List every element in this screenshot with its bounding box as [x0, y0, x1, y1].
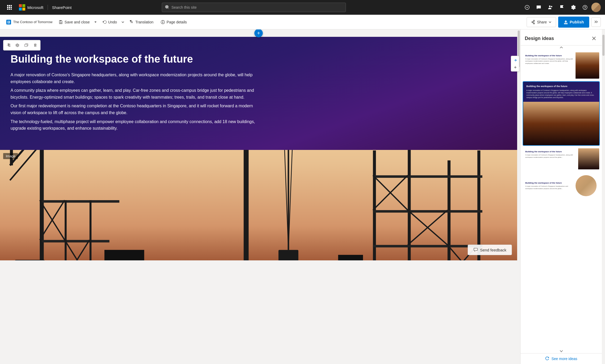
svg-rect-43 [65, 200, 67, 260]
undo-icon [102, 20, 107, 24]
card2-image [523, 102, 599, 145]
share-label: Share [537, 20, 547, 24]
design-panel-header: Design ideas [521, 29, 602, 46]
right-panel-collapse-button[interactable] [512, 64, 518, 70]
hero-webpart: Building the workspace of the future A m… [0, 37, 517, 260]
svg-rect-2 [11, 5, 12, 6]
card4-circle-image [576, 175, 597, 196]
refresh-icon [545, 357, 549, 361]
translation-icon [130, 20, 134, 24]
svg-rect-39 [40, 200, 119, 203]
hero-body: A major renovation of Contoso's Singapor… [11, 72, 263, 132]
share-group: Share [527, 17, 556, 27]
canvas-scrollbar[interactable] [517, 29, 520, 364]
save-close-button[interactable]: Save and close [56, 17, 93, 27]
page-details-label: Page details [167, 20, 187, 24]
add-section-button[interactable]: + [254, 29, 263, 37]
send-feedback-button[interactable]: Send feedback [468, 245, 512, 255]
duplicate-webpart-button[interactable] [22, 41, 30, 49]
panel-scroll-down[interactable] [521, 349, 602, 353]
svg-rect-26 [564, 23, 568, 23]
chat-icon[interactable] [533, 2, 544, 13]
publish-button[interactable]: Publish [558, 17, 589, 28]
card3-title: Building the workspace of the future [525, 150, 576, 153]
svg-point-29 [17, 45, 18, 46]
svg-rect-3 [7, 7, 8, 8]
right-side-toolbar [511, 56, 519, 72]
page-details-icon [161, 20, 165, 24]
card2-text-area: Building the workspace of the future A m… [523, 82, 599, 102]
svg-rect-15 [8, 21, 9, 22]
page-icon [6, 20, 11, 24]
svg-rect-60 [477, 150, 480, 260]
share-button[interactable]: Share [527, 17, 556, 27]
close-panel-button[interactable] [590, 35, 598, 42]
svg-rect-49 [244, 150, 249, 260]
svg-rect-40 [40, 240, 109, 242]
card3-img-placeholder [578, 148, 599, 169]
search-box[interactable] [162, 3, 346, 12]
save-close-dropdown[interactable] [93, 17, 98, 27]
publish-label: Publish [570, 20, 584, 24]
page-details-button[interactable]: Page details [158, 17, 190, 27]
microsoft-logo[interactable]: Microsoft [19, 4, 43, 11]
construction-svg [0, 150, 517, 260]
settings-icon[interactable] [568, 2, 579, 13]
translation-button[interactable]: Translation [127, 17, 157, 27]
user-avatar[interactable] [591, 3, 601, 12]
panel-scroll-up[interactable] [521, 46, 602, 50]
svg-rect-0 [7, 5, 8, 6]
design-panel-scrollbar-thumb[interactable] [602, 35, 604, 56]
svg-rect-17 [8, 22, 9, 23]
nav-divider [48, 5, 48, 10]
right-panel-expand-button[interactable] [512, 57, 518, 63]
design-idea-card-3[interactable]: Building the workspace of the future A m… [523, 148, 600, 170]
editor-toolbar: The Contoso of Tomorrow Save and close U… [0, 15, 605, 29]
design-panel-scrollbar[interactable] [602, 29, 605, 364]
people-icon[interactable] [545, 2, 556, 13]
card2-layout: Building the workspace of the future A m… [523, 82, 599, 145]
card1-image-placeholder [576, 52, 599, 79]
svg-rect-75 [338, 255, 363, 260]
microsoft-text: Microsoft [27, 5, 43, 10]
collapse-button[interactable] [591, 17, 601, 27]
image-section: Image [0, 150, 517, 260]
card1-layout: Building the workspace of the future A m… [523, 52, 599, 79]
design-idea-card-1[interactable]: Building the workspace of the future A m… [523, 52, 600, 79]
card3-header: Building the workspace of the future A m… [523, 148, 599, 169]
svg-line-24 [533, 21, 534, 22]
toolbar-left: The Contoso of Tomorrow Save and close U… [4, 17, 526, 27]
card4-text: Building the workspace of the future A m… [523, 180, 573, 192]
card2-body: A major renovation of Contoso's Singapor… [526, 89, 596, 99]
canvas-wrapper: + [0, 29, 520, 364]
design-panel: Design ideas Building the works [520, 29, 602, 364]
svg-rect-6 [7, 9, 8, 10]
settings-webpart-button[interactable] [13, 41, 21, 49]
delete-webpart-button[interactable] [31, 41, 39, 49]
share-dropdown-icon [548, 21, 552, 24]
undo-dropdown[interactable] [120, 17, 125, 27]
move-webpart-button[interactable] [4, 41, 12, 49]
see-more-button[interactable]: See more ideas [545, 357, 577, 361]
card4-body: A major renovation of Contoso's Singapor… [525, 185, 571, 190]
svg-rect-27 [564, 24, 568, 24]
translation-label: Translation [135, 20, 154, 24]
waffle-icon[interactable] [4, 2, 15, 13]
search-icon [165, 5, 169, 9]
construction-image [0, 150, 517, 260]
see-more-label: See more ideas [551, 357, 577, 361]
undo-button[interactable]: Undo [99, 17, 120, 27]
flag-icon[interactable] [557, 2, 567, 13]
design-panel-content[interactable]: Building the workspace of the future A m… [521, 50, 602, 349]
svg-rect-30 [25, 44, 27, 47]
copilot-icon[interactable] [522, 2, 532, 13]
design-idea-card-4[interactable]: Building the workspace of the future A m… [523, 172, 600, 199]
design-idea-card-2[interactable]: Building the workspace of the future A m… [523, 81, 600, 146]
search-input[interactable] [172, 5, 342, 9]
send-feedback-label: Send feedback [480, 248, 506, 252]
card3-text: Building the workspace of the future A m… [523, 148, 578, 169]
design-panel-wrapper: Design ideas Building the works [520, 29, 605, 364]
page-name: The Contoso of Tomorrow [13, 20, 52, 24]
svg-rect-57 [373, 150, 376, 260]
help-icon[interactable]: ? [580, 2, 590, 13]
